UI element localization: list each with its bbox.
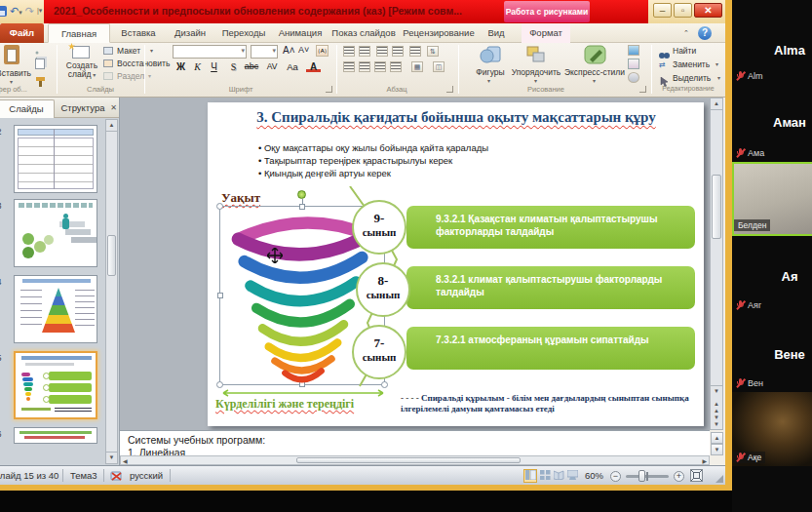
tab-slideshow[interactable]: Показ слайдов (329, 23, 398, 43)
slide-thumbnail-12[interactable] (14, 125, 97, 193)
horizontal-scrollbar[interactable]: ◀ ▶ (120, 455, 710, 465)
scrollbar-thumb[interactable] (712, 175, 721, 239)
shape-outline-icon[interactable] (628, 59, 639, 69)
close-button[interactable]: ✕ (694, 3, 722, 18)
tab-review[interactable]: Рецензирование (401, 23, 477, 43)
text-direction-icon[interactable]: ⇅ (427, 46, 439, 57)
align-center-button[interactable] (359, 61, 370, 72)
tab-transitions[interactable]: Переходы (216, 23, 271, 43)
grow-font-icon[interactable]: A˄ (283, 45, 295, 56)
save-icon[interactable] (0, 6, 7, 17)
font-color-button[interactable]: А (306, 59, 321, 72)
cut-icon[interactable] (35, 47, 47, 57)
objective-banner-8[interactable]: 8.3.2.1 климат қалыптастырушы факторлард… (406, 266, 695, 309)
previous-slide-button[interactable]: ▲▲ (711, 399, 722, 414)
scrollbar-thumb[interactable] (107, 235, 116, 276)
scroll-up-icon[interactable]: ▲ (711, 98, 722, 110)
maximize-button[interactable]: ▫ (674, 3, 692, 18)
decrease-indent-icon[interactable] (376, 46, 388, 57)
tab-outline[interactable]: Структура (57, 99, 109, 118)
italic-button[interactable]: К (190, 59, 205, 74)
scroll-right-icon[interactable]: ▶ (702, 457, 707, 464)
increase-indent-icon[interactable] (392, 46, 404, 57)
slide-thumbnail-15-current[interactable] (14, 351, 97, 419)
tab-design[interactable]: Дизайн (167, 23, 213, 43)
zoom-in-button[interactable]: + (674, 471, 684, 482)
change-case-button[interactable]: Aa (284, 59, 301, 74)
rotate-handle[interactable] (297, 190, 306, 199)
character-spacing-button[interactable]: AV (263, 59, 281, 74)
language-indicator[interactable]: русский (130, 470, 163, 481)
tab-format[interactable]: Формат (522, 23, 570, 43)
participant-video[interactable]: Ақе (732, 392, 812, 466)
slide-canvas[interactable]: 3. Спиральдік қағидаты бойынша оқыту мақ… (208, 102, 704, 426)
slide-sorter-view-button[interactable] (538, 469, 552, 483)
scroll-down-icon[interactable]: ▼ (106, 452, 117, 463)
bold-button[interactable]: Ж (174, 59, 188, 74)
grade-circle-9[interactable]: 9-сынып (352, 200, 406, 255)
shape-effects-icon[interactable] (628, 72, 639, 83)
bullets-button[interactable] (343, 46, 355, 57)
shape-fill-icon[interactable] (628, 45, 639, 56)
minimize-button[interactable]: – (653, 3, 672, 18)
tab-home[interactable]: Главная (48, 23, 110, 43)
arrange-button[interactable]: Упорядочить ▾ (510, 44, 562, 87)
objective-banner-7[interactable]: 7.3.2.1 атмосфераның құрамын сипаттайды (406, 327, 695, 370)
slide-bullet-list[interactable]: • Оқу мақсаттары оқу жылы бойында қайта … (258, 141, 488, 179)
scrollbar-thumb[interactable] (296, 457, 521, 463)
tab-insert[interactable]: Вставка (113, 23, 164, 43)
time-axis-label[interactable]: Уақыт (221, 190, 260, 207)
numbering-button[interactable] (359, 46, 370, 57)
editor-scrollbar[interactable]: ▲ ▼ ▲▲ ▼▼ (710, 98, 723, 430)
columns-icon[interactable]: ▦ (411, 61, 423, 72)
shapes-button[interactable]: Фигуры ▾ (473, 44, 508, 87)
collapse-ribbon-icon[interactable]: ⌃ (680, 23, 692, 43)
reading-view-button[interactable] (552, 469, 565, 483)
slides-panel-scrollbar[interactable]: ▲ ▼ (105, 119, 118, 464)
resize-grip[interactable] (715, 475, 723, 483)
tab-view[interactable]: Вид (482, 23, 511, 43)
scroll-down-icon[interactable]: ▼ (711, 385, 722, 397)
line-spacing-icon[interactable] (409, 46, 421, 57)
notes-scroll-down-icon[interactable]: ▼ (711, 444, 723, 455)
clear-formatting-icon[interactable]: 🄐 (316, 45, 329, 57)
grade-circle-8[interactable]: 8-сынып (356, 262, 410, 317)
fit-to-window-button[interactable] (690, 469, 703, 482)
grade-circle-7[interactable]: 7-сынып (352, 325, 406, 379)
close-panel-icon[interactable]: ✕ (108, 99, 119, 118)
scroll-left-icon[interactable]: ◀ (123, 457, 128, 464)
redo-icon[interactable]: ↷ (25, 5, 34, 18)
format-painter-icon[interactable] (35, 73, 46, 83)
align-left-button[interactable] (343, 61, 355, 72)
tab-slides-thumbnails[interactable]: Слайды (0, 99, 55, 118)
paste-button[interactable]: Вставить ▾ (0, 45, 31, 86)
qat-customize-icon[interactable]: |▾ (37, 7, 42, 15)
strikethrough-button[interactable]: abc (242, 59, 261, 74)
slide-thumbnail-16[interactable] (14, 427, 97, 444)
notes-scroll-up-icon[interactable]: ▲ (711, 432, 723, 444)
undo-icon[interactable]: ↶▾ (10, 5, 22, 18)
align-right-button[interactable] (374, 61, 386, 72)
participant-video-active[interactable]: Белден (732, 162, 812, 236)
slide-title[interactable]: 3. Спиральдік қағидаты бойынша оқыту мақ… (221, 109, 691, 126)
zoom-percentage[interactable]: 60% (585, 470, 603, 481)
font-dialog-launcher[interactable] (326, 86, 332, 93)
slideshow-view-button[interactable] (565, 469, 579, 483)
objective-banner-9[interactable]: 9.3.2.1 Қазақстан климатын қалыптастыруш… (406, 206, 695, 249)
new-slide-button[interactable]: Создать слайд ▾ (62, 45, 101, 86)
font-name-combobox[interactable] (173, 45, 247, 59)
next-slide-button[interactable]: ▼▼ (711, 414, 722, 428)
complexity-label[interactable]: Күрделілігі және тереңдігі (215, 397, 354, 412)
zoom-slider-thumb[interactable] (638, 470, 645, 482)
text-shadow-button[interactable]: S (226, 59, 241, 74)
smartart-convert-icon[interactable]: ◫ (433, 61, 445, 72)
help-icon[interactable]: ? (698, 26, 712, 40)
shrink-font-icon[interactable]: A˅ (298, 45, 309, 55)
justify-button[interactable] (390, 61, 402, 72)
font-size-combobox[interactable] (251, 45, 278, 59)
theme-name[interactable]: Тема3 (70, 470, 97, 481)
notes-pane[interactable]: Системы учебных программ: 1. Линейная (120, 430, 710, 455)
normal-view-button[interactable] (523, 469, 537, 483)
title-bar[interactable]: ↶▾ ↷ |▾ 2021_Особенности и предпосылки о… (0, 0, 725, 23)
zoom-out-button[interactable]: − (610, 471, 621, 482)
